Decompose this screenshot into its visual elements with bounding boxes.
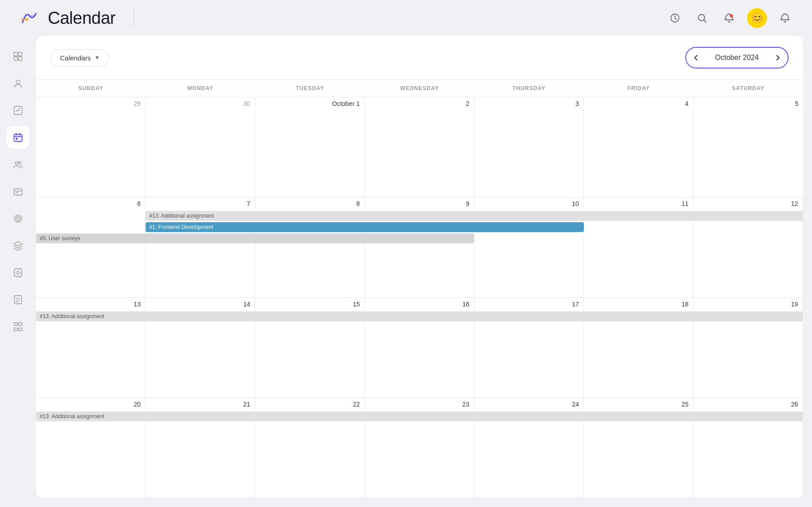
- calendar-panel: Calendars ▼ October 2024: [36, 36, 803, 498]
- cal-cell-oct9[interactable]: 9: [365, 197, 474, 297]
- cal-cell-oct19[interactable]: 19: [693, 298, 803, 397]
- date-oct16: 16: [369, 301, 469, 308]
- cal-cell-oct4[interactable]: 4: [584, 97, 693, 197]
- svg-rect-16: [14, 189, 22, 195]
- target-icon: [13, 214, 23, 224]
- notification-icon-btn[interactable]: [776, 9, 794, 27]
- date-oct12: 12: [698, 200, 798, 207]
- cal-cell-oct15[interactable]: 15: [255, 298, 365, 397]
- day-header-tuesday: TUESDAY: [255, 80, 365, 97]
- sidebar-item-team[interactable]: [7, 153, 29, 176]
- calendars-chevron-icon: ▼: [94, 55, 100, 61]
- sidebar-item-more[interactable]: [7, 315, 29, 338]
- cal-cell-oct22[interactable]: 22: [255, 398, 365, 498]
- svg-rect-22: [14, 296, 22, 304]
- sidebar-item-goals[interactable]: [7, 207, 29, 230]
- sidebar-item-calendar[interactable]: [7, 126, 29, 149]
- prev-month-button[interactable]: [686, 48, 706, 68]
- cal-cell-oct3[interactable]: 3: [474, 97, 584, 197]
- user-avatar[interactable]: 😊: [747, 8, 767, 28]
- calendar-week-2: 6 7 8 9 10: [36, 197, 803, 297]
- svg-rect-24: [18, 323, 22, 325]
- sidebar-item-reports[interactable]: [7, 288, 29, 311]
- calendar-grid: SUNDAY MONDAY TUESDAY WEDNESDAY THURSDAY…: [36, 79, 803, 498]
- cal-cell-oct11[interactable]: 11: [584, 197, 693, 297]
- svg-point-15: [19, 162, 21, 164]
- date-sep30: 30: [150, 100, 250, 107]
- day-header-thursday: THURSDAY: [474, 80, 584, 97]
- cal-cell-oct17[interactable]: 17: [474, 298, 584, 397]
- svg-point-1: [26, 18, 28, 21]
- cal-cell-oct1[interactable]: October 1: [255, 97, 365, 197]
- page-title: Calendar: [48, 9, 115, 28]
- calendar-weeks: 29 30 October 1 2 3: [36, 97, 803, 498]
- sidebar: [0, 36, 36, 507]
- search-icon: [697, 13, 707, 23]
- cal-cell-oct23[interactable]: 23: [365, 398, 474, 498]
- next-month-button[interactable]: [768, 48, 788, 68]
- svg-rect-26: [18, 328, 22, 331]
- date-oct26: 26: [698, 401, 798, 408]
- cal-cell-oct16[interactable]: 16: [365, 298, 474, 397]
- date-oct2: 2: [369, 100, 469, 107]
- svg-point-0: [19, 8, 39, 28]
- contacts-icon: [13, 78, 23, 88]
- calendar-week-4: 20 21 22 23 24: [36, 398, 803, 498]
- header-actions: 😊: [666, 8, 794, 28]
- app-logo: [18, 7, 41, 29]
- cal-cell-oct26[interactable]: 26: [693, 398, 803, 498]
- date-oct21: 21: [150, 401, 250, 408]
- cal-cell-oct10[interactable]: 10: [474, 197, 584, 297]
- date-oct8: 8: [260, 200, 360, 207]
- search-icon-btn[interactable]: [693, 9, 711, 27]
- date-oct11: 11: [588, 200, 688, 207]
- cal-cell-oct25[interactable]: 25: [584, 398, 693, 498]
- date-oct18: 18: [588, 301, 688, 308]
- tasks-icon: [13, 268, 23, 278]
- sidebar-item-dashboard[interactable]: [7, 45, 29, 68]
- svg-rect-7: [18, 52, 22, 56]
- calendar-icon: [13, 132, 23, 142]
- calendars-dropdown-button[interactable]: Calendars ▼: [50, 49, 109, 67]
- date-oct22: 22: [260, 401, 360, 408]
- cal-cell-oct7[interactable]: 7: [146, 197, 255, 297]
- cal-cell-oct13[interactable]: 13: [36, 298, 146, 397]
- date-oct20: 20: [41, 401, 141, 408]
- cal-cell-oct12[interactable]: 12: [693, 197, 803, 297]
- sidebar-item-billing[interactable]: [7, 180, 29, 203]
- sidebar-item-tasks[interactable]: [7, 261, 29, 284]
- sidebar-item-layers[interactable]: [7, 234, 29, 257]
- alert-bell-icon: [724, 13, 734, 23]
- svg-point-5: [730, 14, 733, 18]
- cal-cell-oct14[interactable]: 14: [146, 298, 255, 397]
- sidebar-item-contacts[interactable]: [7, 72, 29, 95]
- chevron-right-icon: [775, 55, 781, 61]
- cal-cell-oct2[interactable]: 2: [365, 97, 474, 197]
- sidebar-item-analytics[interactable]: [7, 99, 29, 122]
- cal-cell-oct8[interactable]: 8: [255, 197, 365, 297]
- cal-cell-oct5[interactable]: 5: [693, 97, 803, 197]
- date-oct17: 17: [479, 301, 579, 308]
- cal-cell-sep29[interactable]: 29: [36, 97, 146, 197]
- cal-cell-oct6[interactable]: 6: [36, 197, 146, 297]
- cal-cell-oct18[interactable]: 18: [584, 298, 693, 397]
- calendars-label: Calendars: [60, 54, 91, 62]
- date-oct24: 24: [479, 401, 579, 408]
- clock-icon-btn[interactable]: [666, 9, 684, 27]
- logo-area: Calendar: [18, 7, 115, 29]
- svg-point-19: [18, 218, 19, 219]
- notification-bell-icon: [780, 13, 790, 23]
- cal-cell-oct20[interactable]: 20: [36, 398, 146, 498]
- svg-rect-23: [14, 323, 18, 325]
- cal-cell-oct24[interactable]: 24: [474, 398, 584, 498]
- day-header-monday: MONDAY: [146, 80, 255, 97]
- grid-icon: [13, 51, 23, 61]
- alert-icon-btn[interactable]: [720, 9, 738, 27]
- date-oct6: 6: [41, 200, 141, 207]
- cal-cell-oct21[interactable]: 21: [146, 398, 255, 498]
- day-header-sunday: SUNDAY: [36, 80, 146, 97]
- cal-cell-sep30[interactable]: 30: [146, 97, 255, 197]
- calendar-toolbar: Calendars ▼ October 2024: [36, 36, 803, 79]
- layers-icon: [13, 241, 23, 251]
- avatar-emoji: 😊: [751, 12, 763, 24]
